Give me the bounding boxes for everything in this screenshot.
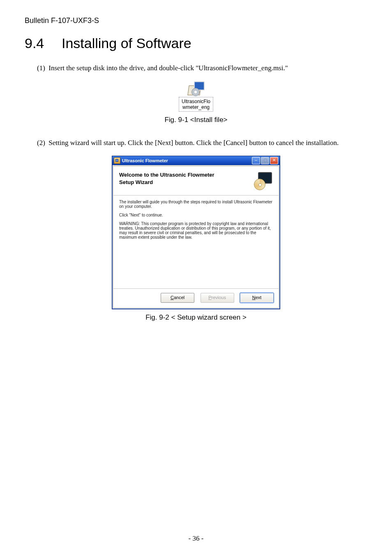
titlebar-title: Ultrasonic Flowmeter	[122, 158, 252, 163]
step-1-marker: (1)	[37, 64, 45, 72]
step-1: (1) Insert the setup disk into the drive…	[37, 64, 367, 73]
msi-installer-icon	[187, 81, 205, 96]
titlebar-app-icon	[114, 157, 120, 164]
section-title-text: Installing of Software	[62, 35, 191, 51]
install-file-label-box: UltrasonicFlo wmeter_eng	[179, 97, 213, 112]
next-rest: ext	[256, 295, 262, 300]
wizard-welcome-line2: Setup Wizard	[119, 179, 254, 186]
maximize-button: ▢	[261, 157, 269, 164]
titlebar-buttons: – ▢ ✕	[252, 157, 278, 164]
wizard-body-text-2: Click "Next" to continue.	[119, 213, 273, 217]
figure-9-1-caption: Fig. 9-1 <Install file>	[25, 116, 367, 124]
section-heading: 9.4Installing of Software	[25, 35, 367, 51]
cancel-button[interactable]: Cancel	[161, 293, 194, 303]
previous-rest: revious	[211, 295, 226, 300]
wizard-footer: Cancel Previous Next	[113, 288, 279, 308]
wizard-welcome-line1: Welcome to the Ultrasonic Flowmeter	[119, 172, 214, 178]
wizard-warning-text: WARNING: This computer program is protec…	[119, 221, 273, 240]
figure-9-1-install-file: UltrasonicFlo wmeter_eng	[179, 81, 213, 112]
minimize-button[interactable]: –	[252, 157, 260, 164]
close-button[interactable]: ✕	[270, 157, 278, 164]
install-file-name-line2: wmeter_eng	[182, 104, 210, 110]
install-file-name-line1: UltrasonicFlo	[182, 99, 210, 104]
step-1-text: Insert the setup disk into the drive, an…	[48, 64, 288, 72]
install-file-name: UltrasonicFlo wmeter_eng	[180, 99, 212, 111]
wizard-banner-icon	[254, 171, 273, 190]
next-button[interactable]: Next	[240, 293, 274, 303]
titlebar: Ultrasonic Flowmeter – ▢ ✕	[112, 156, 280, 165]
step-2: (2) Setting wizard will start up. Click …	[37, 138, 367, 148]
setup-wizard-window: Ultrasonic Flowmeter – ▢ ✕ Welcome to th…	[112, 156, 280, 309]
window-client-area: Welcome to the Ultrasonic Flowmeter Setu…	[113, 166, 279, 308]
previous-button: Previous	[201, 293, 234, 303]
bulletin-id: Bulletin F-107-UXF3-S	[25, 16, 367, 25]
document-page: Bulletin F-107-UXF3-S 9.4Installing of S…	[0, 0, 392, 555]
page-number: - 36 -	[0, 534, 392, 543]
wizard-body: The installer will guide you through the…	[113, 196, 279, 288]
cancel-accel: C	[171, 295, 174, 300]
disc-icon	[254, 179, 265, 190]
figure-9-2-caption: Fig. 9-2 < Setup wizard screen >	[25, 313, 367, 322]
wizard-banner: Welcome to the Ultrasonic Flowmeter Setu…	[113, 166, 279, 196]
step-2-marker: (2)	[37, 139, 45, 147]
wizard-welcome-text: Welcome to the Ultrasonic Flowmeter Setu…	[119, 171, 254, 186]
wizard-body-text-1: The installer will guide you through the…	[119, 200, 273, 209]
step-2-text: Setting wizard will start up. Click the …	[48, 139, 339, 147]
cancel-rest: ancel	[174, 295, 184, 300]
next-accel: N	[252, 295, 256, 300]
msi-cd-icon	[191, 88, 200, 96]
section-number: 9.4	[25, 35, 62, 51]
